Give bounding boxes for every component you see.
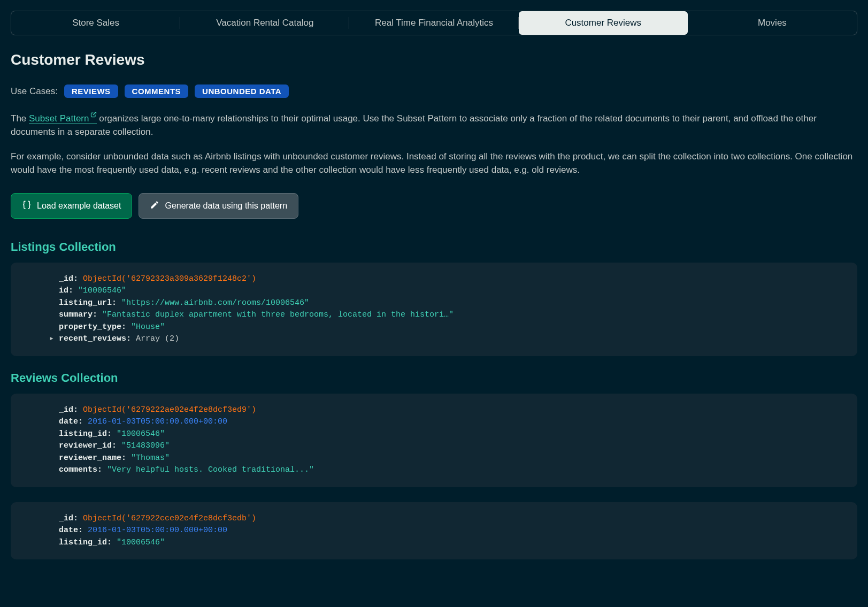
use-cases-label: Use Cases: — [11, 86, 58, 97]
tab-movies[interactable]: Movies — [688, 11, 857, 35]
reviews-code-block-2: _id: ObjectId('627922cce02e4f2e8dcf3edb'… — [11, 502, 857, 560]
intro-suffix: organizes large one-to-many relationship… — [11, 113, 817, 137]
listings-url-value: "https://www.airbnb.com/rooms/10006546" — [121, 298, 309, 308]
load-example-button[interactable]: Load example dataset — [11, 193, 132, 219]
listings-id-value: ObjectId('62792323a309a3629f1248c2') — [83, 274, 256, 283]
external-link-icon — [90, 111, 97, 120]
use-cases-row: Use Cases: REVIEWS COMMENTS UNBOUNDED DA… — [11, 84, 857, 98]
link-text: Subset Pattern — [29, 113, 89, 124]
listings-idstr-value: "10006546" — [78, 286, 126, 295]
pill-comments: COMMENTS — [125, 84, 189, 98]
tab-customer-reviews[interactable]: Customer Reviews — [519, 11, 688, 35]
pill-reviews: REVIEWS — [64, 84, 118, 98]
review1-listing-id-value: "10006546" — [117, 429, 165, 439]
review2-id-value: ObjectId('627922cce02e4f2e8dcf3edb') — [83, 514, 256, 523]
page-title: Customer Reviews — [11, 51, 857, 68]
svg-line-0 — [93, 112, 96, 116]
generate-data-button[interactable]: Generate data using this pattern — [139, 193, 298, 219]
reviews-heading: Reviews Collection — [11, 371, 857, 385]
reviews-code-block-1: _id: ObjectId('6279222ae02e4f2e8dcf3ed9'… — [11, 394, 857, 487]
listings-property-value: "House" — [131, 322, 165, 332]
braces-icon — [22, 200, 32, 212]
listings-code-block: _id: ObjectId('62792323a309a3629f1248c2'… — [11, 263, 857, 356]
tab-financial-analytics[interactable]: Real Time Financial Analytics — [349, 11, 518, 35]
expand-caret-icon[interactable]: ▸ — [49, 333, 54, 345]
review1-comments-value: "Very helpful hosts. Cooked traditional.… — [107, 465, 314, 474]
review1-reviewer-name-value: "Thomas" — [131, 454, 170, 463]
review1-date-value: 2016-01-03T05:00:00.000+00:00 — [88, 417, 227, 426]
button-row: Load example dataset Generate data using… — [11, 193, 857, 219]
listings-recent-reviews-value: Array (2) — [136, 334, 179, 343]
review1-id-value: ObjectId('6279222ae02e4f2e8dcf3ed9') — [83, 405, 256, 414]
intro-paragraph: The Subset Pattern organizes large one-t… — [11, 111, 857, 139]
review1-reviewer-id-value: "51483096" — [121, 441, 170, 450]
subset-pattern-link[interactable]: Subset Pattern — [29, 113, 96, 124]
load-example-label: Load example dataset — [37, 201, 121, 211]
tab-bar: Store Sales Vacation Rental Catalog Real… — [11, 11, 857, 35]
listings-heading: Listings Collection — [11, 240, 857, 254]
tab-vacation-rental[interactable]: Vacation Rental Catalog — [180, 11, 349, 35]
example-paragraph: For example, consider unbounded data suc… — [11, 150, 857, 177]
listings-summary-value: "Fantastic duplex apartment with three b… — [102, 310, 454, 319]
intro-prefix: The — [11, 113, 29, 124]
generate-data-label: Generate data using this pattern — [165, 201, 287, 211]
pencil-icon — [150, 200, 159, 212]
review2-listing-id-value: "10006546" — [117, 538, 165, 547]
review2-date-value: 2016-01-03T05:00:00.000+00:00 — [88, 526, 227, 535]
tab-store-sales[interactable]: Store Sales — [11, 11, 180, 35]
pill-unbounded: UNBOUNDED DATA — [195, 84, 289, 98]
